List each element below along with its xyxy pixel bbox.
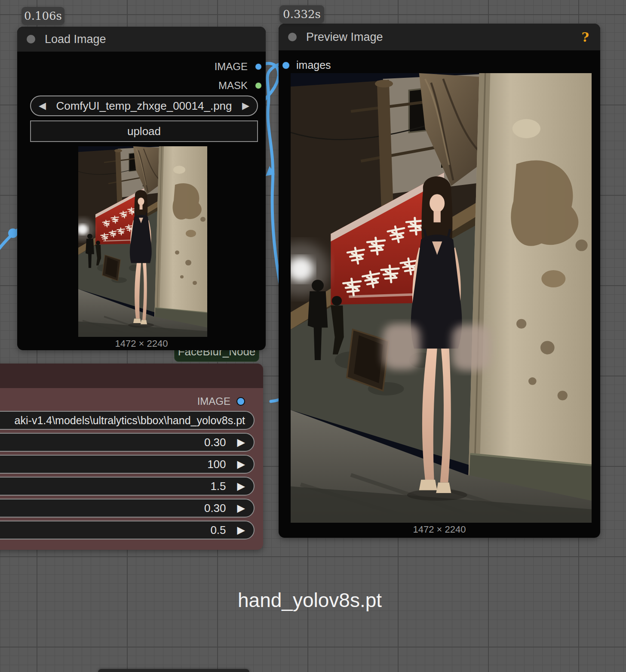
floating-model-name: hand_yolov8s.pt xyxy=(238,589,382,612)
load-image-thumbnail xyxy=(78,146,207,337)
load-image-timing-badge: 0.106s xyxy=(21,7,64,25)
thumbnail-dimensions: 1472 × 2240 xyxy=(17,338,266,349)
collapse-dot-icon[interactable] xyxy=(27,35,35,43)
timing-value: 0.106s xyxy=(24,9,62,22)
combo-prev-arrow-icon[interactable]: ◀ xyxy=(39,100,46,111)
load-image-titlebar[interactable]: Load Image xyxy=(17,27,266,52)
output-row-image: IMAGE xyxy=(215,61,264,73)
combo-filename-value: ComfyUI_temp_zhxge_00014_.png xyxy=(46,99,242,113)
preview-image-titlebar[interactable]: Preview Image ? xyxy=(279,24,600,50)
collapse-dot-icon[interactable] xyxy=(288,33,297,41)
images-input-label: images xyxy=(296,59,331,71)
output-row-mask: MASK xyxy=(218,80,264,92)
preview-image-canvas xyxy=(291,73,592,523)
node-load-image[interactable]: Load Image IMAGE MASK ◀ ComfyUI_temp_zhx… xyxy=(17,27,266,350)
preview-photo xyxy=(291,73,592,523)
images-input-dot[interactable] xyxy=(282,61,290,70)
image-filename-combo[interactable]: ◀ ComfyUI_temp_zhxge_00014_.png ▶ xyxy=(30,96,258,116)
preview-image-timing-badge: 0.332s xyxy=(279,5,324,23)
mask-output-label: MASK xyxy=(218,80,248,92)
load-image-title: Load Image xyxy=(45,33,106,46)
timing-value: 0.332s xyxy=(283,8,321,21)
comfyui-canvas[interactable]: { "load_image_node": { "title": "Load Im… xyxy=(0,0,626,672)
offscreen-node-top-edge[interactable] xyxy=(98,669,249,672)
help-icon[interactable]: ? xyxy=(581,30,589,45)
preview-dimensions: 1472 × 2240 xyxy=(279,524,600,535)
mask-output-dot[interactable] xyxy=(255,82,262,89)
preview-image-title: Preview Image xyxy=(306,31,383,44)
link-midpoint-dot[interactable] xyxy=(8,228,18,238)
upload-button-label: upload xyxy=(127,125,161,138)
combo-next-arrow-icon[interactable]: ▶ xyxy=(242,100,249,111)
thumbnail-photo xyxy=(78,146,207,337)
image-output-dot[interactable] xyxy=(255,63,262,71)
upload-button[interactable]: upload xyxy=(30,120,258,142)
input-row-images: images xyxy=(282,59,331,71)
node-preview-image[interactable]: Preview Image ? images 1472 × 2240 xyxy=(279,24,600,538)
image-output-label: IMAGE xyxy=(215,61,248,73)
